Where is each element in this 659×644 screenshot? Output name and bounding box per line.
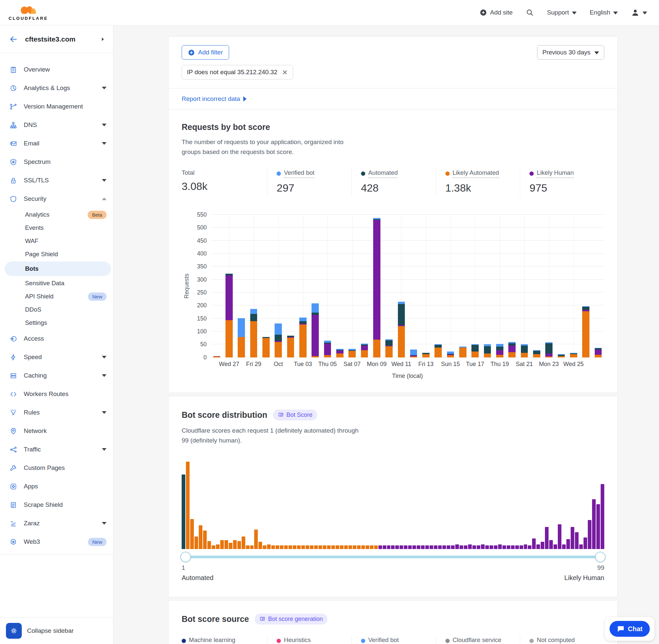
histogram-bar-likely_automated (207, 541, 211, 549)
badge-new: New (88, 293, 107, 301)
sidebar-item-sensitive-data[interactable]: Sensitive Data (0, 277, 113, 290)
histogram-bar-likely_human (464, 546, 468, 549)
sidebar-item-label: API Shield (25, 293, 84, 300)
language-menu[interactable]: English (590, 9, 618, 16)
sidebar-item-dns[interactable]: DNS (0, 116, 113, 134)
slider-track[interactable] (184, 556, 602, 558)
histogram-bar-likely_human (536, 545, 540, 549)
sidebar-item-network[interactable]: Network (0, 422, 113, 440)
account-menu[interactable] (631, 8, 647, 17)
gridline-h (211, 214, 604, 215)
x-tick-label: Sun 15 (441, 361, 460, 368)
sidebar-nav: OverviewAnalytics & LogsVersion Manageme… (0, 53, 113, 617)
slider-handle-max[interactable] (595, 552, 606, 562)
histogram-bar-likely_automated (353, 546, 356, 549)
histogram-bar-likely_automated (216, 545, 219, 549)
sidebar-item-security[interactable]: Security (0, 190, 113, 208)
chevron-right-icon[interactable] (100, 36, 106, 42)
stat-label-text[interactable]: Heuristics (284, 637, 310, 644)
stat-label-text[interactable]: Likely Automated (453, 169, 499, 178)
filter-bar: Add filter Previous 30 days (168, 37, 617, 60)
y-tick-label: 300 (197, 276, 207, 283)
histogram-bar-likely_human (417, 546, 420, 549)
add-site-button[interactable]: Add site (480, 9, 513, 16)
sidebar-item-workers-routes[interactable]: Workers Routes (0, 385, 113, 403)
remove-filter-icon[interactable]: ✕ (282, 69, 288, 76)
filter-chip[interactable]: IP does not equal 35.212.240.32 ✕ (182, 65, 293, 79)
sidebar-item-spectrum[interactable]: Spectrum (0, 153, 113, 171)
sidebar-item-ddos[interactable]: DDoS (0, 303, 113, 316)
sidebar-item-waf[interactable]: WAF (0, 234, 113, 248)
report-incorrect-data-link[interactable]: Report incorrect data (182, 95, 246, 102)
bar-segment-likely_human (545, 353, 552, 356)
bot-score-badge[interactable]: Bot Score (273, 410, 317, 420)
sidebar-item-rules[interactable]: Rules (0, 403, 113, 422)
sidebar-item-ssl-tls[interactable]: SSL/TLS (0, 171, 113, 190)
slider-handle-min[interactable] (180, 552, 191, 562)
bar-segment-likely_automated (299, 324, 307, 358)
bar-segment-likely_automated (275, 342, 282, 357)
site-name[interactable]: cftestsite3.com (25, 35, 100, 43)
date-range-dropdown[interactable]: Previous 30 days (537, 45, 604, 60)
sidebar-item-traffic[interactable]: Traffic (0, 440, 113, 459)
active-filters: IP does not equal 35.212.240.32 ✕ (168, 60, 617, 88)
sidebar-item-analytics-logs[interactable]: Analytics & Logs (0, 79, 113, 97)
sidebar-item-events[interactable]: Events (0, 221, 113, 234)
stat-label-text[interactable]: Verified bot (368, 637, 399, 644)
sidebar-item-label: Scrape Shield (24, 501, 107, 508)
x-tick-label: Tue 17 (466, 361, 484, 368)
stat-label-text[interactable]: Verified bot (284, 169, 314, 178)
sidebar-item-access[interactable]: Access (0, 329, 113, 348)
bar-segment-likely_automated (558, 356, 565, 358)
bot-score-generation-badge[interactable]: Bot score generation (255, 614, 327, 624)
stat-label-text[interactable]: Automated (368, 169, 398, 178)
histogram-bar-likely_human (383, 546, 386, 549)
sidebar-item-speed[interactable]: Speed (0, 348, 113, 366)
sidebar-item-scrape-shield[interactable]: Scrape Shield (0, 496, 113, 514)
sidebar-item-caching[interactable]: Caching (0, 366, 113, 385)
preferences-button[interactable] (6, 623, 22, 639)
sidebar-item-custom-pages[interactable]: Custom Pages (0, 459, 113, 477)
sidebar-item-settings[interactable]: Settings (0, 316, 113, 329)
stat-label-text[interactable]: Machine learning (189, 637, 235, 644)
chevron-down-icon (102, 142, 107, 145)
stat-label-text[interactable]: Cloudflare service (453, 637, 501, 644)
sidebar-item-api-shield[interactable]: API ShieldNew (0, 290, 113, 303)
stat-label-text[interactable]: Not computed (537, 637, 574, 644)
chevron-down-icon (102, 356, 107, 359)
chart-bar (508, 342, 516, 358)
lightning-icon (9, 353, 17, 361)
sidebar-item-label: Custom Pages (24, 464, 107, 472)
bar-segment-likely_automated (226, 320, 233, 358)
histogram-bar-likely_human (520, 546, 523, 549)
x-tick-label: Oct (274, 361, 283, 368)
stat-value: 428 (361, 182, 436, 194)
histogram-bar-likely_automated (212, 546, 215, 549)
bar-segment-automated (582, 307, 589, 309)
cloudflare-logo[interactable]: CLOUDFLARE (8, 5, 48, 20)
add-filter-button[interactable]: Add filter (182, 45, 229, 60)
location-pin-icon (9, 427, 17, 435)
search-button[interactable] (526, 8, 534, 17)
gridline-h (211, 331, 604, 331)
sidebar-item-analytics[interactable]: AnalyticsBeta (0, 208, 113, 221)
sidebar-item-web3[interactable]: Web3New (0, 532, 113, 551)
histogram-bar-likely_automated (229, 543, 232, 549)
stat-label-text[interactable]: Likely Human (537, 169, 573, 178)
sidebar-item-email[interactable]: Email (0, 134, 113, 153)
back-arrow-icon[interactable] (9, 35, 18, 44)
sidebar-item-overview[interactable]: Overview (0, 60, 113, 79)
support-menu[interactable]: Support (547, 9, 576, 16)
chat-button[interactable]: Chat (610, 621, 650, 637)
sidebar-item-apps[interactable]: Apps (0, 477, 113, 496)
sidebar-item-zaraz[interactable]: Zaraz (0, 514, 113, 532)
sidebar-item-page-shield[interactable]: Page Shield (0, 248, 113, 261)
sidebar-item-version-management[interactable]: Version Management (0, 97, 113, 116)
bar-segment-likely_automated (250, 321, 257, 358)
histogram-bar-likely_automated (233, 540, 237, 549)
sidebar-item-label: Spectrum (24, 158, 107, 165)
sidebar-item-bots[interactable]: Bots (5, 261, 111, 276)
source-card: Bot score source Bot score generation Ma… (168, 600, 618, 644)
collapse-sidebar-button[interactable]: Collapse sidebar (27, 627, 74, 635)
histogram-bar-likely_automated (190, 519, 194, 549)
